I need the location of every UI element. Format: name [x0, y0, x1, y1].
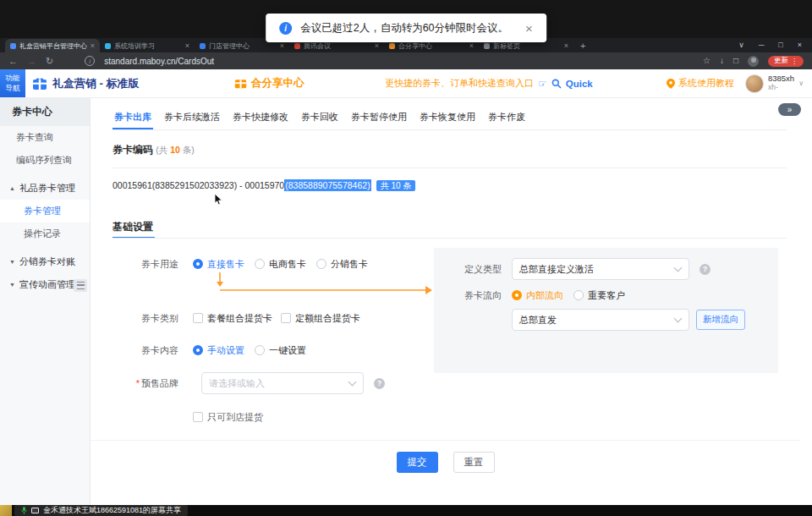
browser-tab-active[interactable]: 礼盒营销平台管理中心 ×	[5, 39, 100, 52]
checkbox-label: 套餐组合提货卡	[207, 312, 272, 325]
submit-button[interactable]: 提交	[397, 452, 438, 473]
radio-label: 分销售卡	[331, 258, 368, 271]
radio-direct-sale[interactable]: 直接售卡	[193, 258, 244, 271]
screen-icon	[31, 508, 39, 513]
reset-button[interactable]: 重置	[453, 452, 495, 473]
radio-icon	[255, 259, 265, 269]
section-label: 宣传动画管理	[19, 278, 75, 291]
card-content-label: 券卡内容	[112, 344, 178, 357]
radio-label: 一键设置	[269, 344, 306, 357]
help-icon[interactable]: ?	[374, 378, 385, 389]
favicon	[484, 43, 490, 49]
tab-card-pause[interactable]: 券卡暂停使用	[349, 107, 409, 129]
section-label: 分销券卡对账	[19, 255, 75, 268]
bookmark-star-icon[interactable]: ☆	[703, 57, 710, 65]
quick-link[interactable]: Quick	[566, 79, 593, 89]
add-flow-button[interactable]: 新增流向	[696, 310, 745, 330]
tab-card-resume[interactable]: 券卡恢复使用	[418, 107, 477, 129]
label-text: 预售品牌	[141, 378, 178, 388]
browser-update-button[interactable]: 更新 ⋮	[768, 56, 804, 67]
define-type-select[interactable]: 总部直接定义激活	[512, 258, 689, 280]
card-usage-row: 券卡用途 直接售卡 电商售卡	[112, 257, 368, 271]
divider	[91, 440, 800, 441]
orange-flow-arrow	[209, 271, 437, 298]
favicon	[294, 43, 300, 49]
flow-select[interactable]: 总部直发	[512, 309, 689, 331]
sidebar-collapse-button[interactable]	[74, 279, 87, 292]
radio-internal-flow[interactable]: 内部流向	[512, 289, 563, 302]
tab-close-icon[interactable]: ×	[469, 42, 474, 50]
reload-icon[interactable]: ↻	[46, 57, 53, 66]
radio-icon	[573, 290, 584, 300]
location-pin-icon	[667, 79, 675, 89]
tab-card-quick-edit[interactable]: 券卡快捷修改	[231, 107, 290, 129]
collapse-right-button[interactable]: »	[778, 103, 801, 116]
tab-card-activate[interactable]: 券卡后续激活	[162, 107, 222, 129]
profile-avatar[interactable]	[748, 56, 759, 67]
select-placeholder: 请选择或输入	[209, 377, 265, 390]
site-info-icon[interactable]: i	[85, 56, 95, 66]
radio-important-customer[interactable]: 重要客户	[573, 289, 625, 302]
user-menu[interactable]: 8385xh xh- ∨	[745, 69, 804, 97]
radio-ecommerce-sale[interactable]: 电商售卡	[255, 258, 306, 271]
share-center-link[interactable]: 合分享中心	[234, 69, 304, 97]
tab-card-void[interactable]: 券卡作废	[486, 107, 527, 129]
radio-distribution-sale[interactable]: 分销售卡	[316, 258, 368, 271]
main-content: 券卡出库 券卡后续激活 券卡快捷修改 券卡回收 券卡暂停使用 券卡恢复使用 券卡…	[91, 98, 812, 506]
sidebar-item-operation-log[interactable]: 操作记录	[0, 222, 90, 245]
sidebar-section-gift-cards[interactable]: ▲ 礼品券卡管理	[0, 177, 90, 200]
screen-share-bar: 金禾通技术王斌18662591081的屏幕共享	[0, 505, 812, 516]
new-tab-button[interactable]: +	[580, 41, 585, 51]
tab-close-icon[interactable]: ×	[91, 42, 95, 50]
help-icon[interactable]: ?	[700, 264, 710, 275]
forward-icon[interactable]: →	[27, 57, 36, 66]
tutorial-link[interactable]: 系统使用教程	[667, 69, 734, 97]
count-suffix: 条)	[180, 145, 195, 155]
sidebar-item-card-management[interactable]: 券卡管理	[0, 200, 90, 222]
code-selected-text: (8385889075578462)	[284, 179, 370, 191]
section-label: 礼品券卡管理	[19, 182, 75, 195]
codes-section-title: 券卡编码 (共 10 条)	[112, 143, 195, 157]
tab-label: 礼盒营销平台管理中心	[19, 41, 87, 51]
favicon	[10, 43, 16, 49]
minimize-button[interactable]: ─	[759, 41, 764, 49]
tab-close-icon[interactable]: ×	[375, 42, 379, 50]
search-icon	[551, 79, 562, 89]
tab-close-icon[interactable]: ×	[280, 42, 284, 50]
function-nav-button[interactable]: 功能 导航	[0, 69, 25, 97]
browser-window: 礼盒营销平台管理中心 × 系统培训学习 × 门店管理中心 × 腾讯会议 × 合分…	[0, 38, 812, 505]
radio-manual-setup[interactable]: 手动设置	[193, 344, 244, 357]
tab-search-icon[interactable]: ∨	[738, 41, 744, 49]
url-text[interactable]: standard.maboy.cn/CardsOut	[104, 57, 694, 66]
close-window-button[interactable]: ×	[798, 41, 802, 49]
tab-close-icon[interactable]: ×	[564, 42, 568, 50]
sidebar-item-code-sequence[interactable]: 编码序列查询	[0, 149, 90, 172]
tab-card-recycle[interactable]: 券卡回收	[299, 107, 340, 129]
sidebar-section-distribution[interactable]: ▼ 分销券卡对账	[0, 250, 90, 273]
code-range-text: 00015961(8385291502033923) - 00015970	[112, 180, 284, 190]
checkbox-fixed-combo-card[interactable]: 定额组合提货卡	[281, 312, 360, 325]
participant-thumbnail	[0, 505, 12, 516]
tutorial-label: 系统使用教程	[678, 77, 734, 90]
checkbox-combo-pickup-card[interactable]: 套餐组合提货卡	[193, 312, 272, 325]
download-icon[interactable]: ↓	[720, 57, 724, 65]
presale-brand-select[interactable]: 请选择或输入	[201, 372, 364, 394]
browser-tab[interactable]: 系统培训学习 ×	[100, 39, 195, 52]
radio-icon	[193, 259, 203, 269]
maximize-button[interactable]: □	[778, 41, 782, 49]
back-icon[interactable]: ←	[8, 57, 18, 66]
checkbox-store-pickup-only[interactable]: 只可到店提货	[193, 411, 263, 424]
radio-one-click-setup[interactable]: 一键设置	[255, 344, 306, 357]
tab-close-icon[interactable]: ×	[185, 42, 189, 50]
required-asterisk: *	[136, 378, 140, 388]
mouse-cursor	[214, 193, 224, 207]
presale-brand-row: *预售品牌 请选择或输入 ?	[112, 372, 385, 394]
sidebar-item-card-query[interactable]: 券卡查询	[0, 126, 90, 149]
tab-card-outbound[interactable]: 券卡出库	[112, 107, 153, 129]
count-number: 10	[170, 145, 180, 155]
side-panel-icon[interactable]: □	[733, 57, 738, 65]
radio-icon	[316, 259, 326, 269]
store-pickup-row: 只可到店提货	[112, 410, 263, 424]
close-icon[interactable]: ×	[525, 22, 533, 35]
triangle-down-icon: ▼	[9, 259, 15, 265]
